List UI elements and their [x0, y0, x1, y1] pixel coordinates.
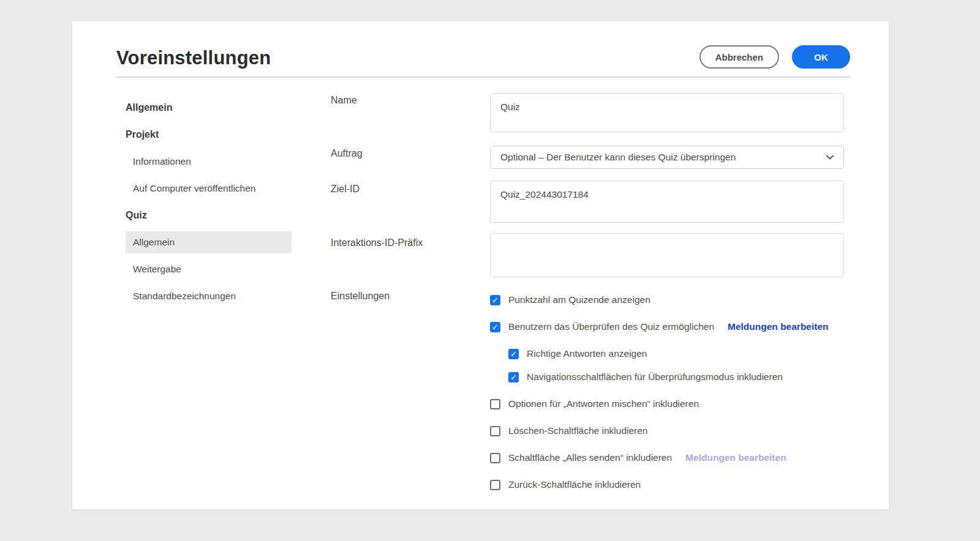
auftrag-selected-value: Optional – Der Benutzer kann dieses Quiz…: [500, 152, 825, 163]
sidebar-item-quiz-allgemein[interactable]: Allgemein: [126, 231, 292, 253]
checkbox-ueberpruefen-ermoeglichen[interactable]: ✓: [490, 322, 500, 332]
checkbox-row-navigationsschaltflaechen: ✓ Navigationsschaltflächen für Überprüfu…: [508, 371, 894, 383]
checkbox-label: Benutzern das Überprüfen des Quiz ermögl…: [508, 321, 714, 332]
checkbox-label: Punktzahl am Quizende anzeigen: [508, 294, 650, 305]
einstellungen-label: Einstellungen: [331, 291, 390, 302]
checkbox-punktzahl-anzeigen[interactable]: ✓: [490, 295, 500, 305]
checkbox-row-loeschen-schaltflaeche: ✓ Löschen-Schaltfläche inkludieren: [490, 425, 894, 437]
checkbox-label: Navigationsschaltflächen für Überprüfung…: [527, 371, 783, 382]
checkbox-zurueck-schaltflaeche-inkludieren[interactable]: ✓: [490, 480, 500, 490]
checkbox-alles-senden-inkludieren[interactable]: ✓: [490, 453, 500, 463]
name-label: Name: [331, 95, 357, 106]
checkbox-row-zurueck-schaltflaeche: ✓ Zurück-Schaltfläche inkludieren: [490, 479, 894, 491]
page-background: { "dialog": { "title": "Voreinstellungen…: [0, 0, 980, 541]
sidebar-item-informationen[interactable]: Informationen: [126, 151, 292, 173]
check-icon: ✓: [510, 350, 517, 358]
page-title: Voreinstellungen: [116, 47, 271, 69]
checkbox-row-alles-senden: ✓ Schaltfläche „Alles senden“ inkludiere…: [490, 452, 894, 464]
sidebar-section-quiz[interactable]: Quiz: [126, 204, 292, 226]
sidebar-item-auf-computer-veroeffentlichen[interactable]: Auf Computer veröffentlichen: [126, 177, 292, 200]
preferences-dialog: Voreinstellungen Abbrechen OK Allgemein …: [72, 21, 889, 509]
checkbox-row-punktzahl: ✓ Punktzahl am Quizende anzeigen: [490, 294, 894, 306]
check-icon: ✓: [492, 323, 499, 331]
header-divider: [116, 76, 850, 78]
checkbox-loeschen-schaltflaeche-inkludieren[interactable]: ✓: [490, 426, 500, 436]
interaktions-id-praefix-input[interactable]: [490, 233, 844, 277]
checkbox-label: Richtige Antworten anzeigen: [527, 348, 647, 359]
sidebar-section-allgemein[interactable]: Allgemein: [126, 97, 292, 119]
interaktions-id-praefix-label: Interaktions-ID-Präfix: [331, 237, 423, 248]
cancel-button[interactable]: Abbrechen: [699, 45, 779, 69]
ziel-id-label: Ziel-ID: [331, 184, 360, 195]
checkbox-richtige-antworten-anzeigen[interactable]: ✓: [508, 349, 519, 359]
checkbox-label: Schaltfläche „Alles senden“ inkludieren: [508, 452, 672, 463]
checkbox-label: Löschen-Schaltfläche inkludieren: [508, 425, 647, 436]
check-icon: ✓: [492, 296, 499, 304]
checkbox-navigationsschaltflaechen-inkludieren[interactable]: ✓: [508, 372, 519, 382]
chevron-down-icon: [825, 152, 835, 162]
meldungen-bearbeiten-link-disabled: Meldungen bearbeiten: [685, 452, 786, 463]
dialog-actions: Abbrechen OK: [699, 45, 850, 69]
checkbox-row-antworten-mischen: ✓ Optionen für „Antworten mischen“ inklu…: [490, 398, 894, 410]
sidebar: Allgemein Projekt Informationen Auf Comp…: [126, 97, 292, 312]
auftrag-label: Auftrag: [331, 148, 363, 159]
checkbox-antworten-mischen-inkludieren[interactable]: ✓: [490, 399, 500, 409]
ziel-id-input[interactable]: Quiz_202443017184: [490, 181, 844, 223]
checkbox-row-richtige-antworten: ✓ Richtige Antworten anzeigen: [508, 348, 894, 360]
sidebar-section-projekt[interactable]: Projekt: [126, 124, 292, 146]
checkbox-row-ueberpruefen: ✓ Benutzern das Überprüfen des Quiz ermö…: [490, 321, 894, 333]
name-input[interactable]: Quiz: [490, 93, 844, 132]
sidebar-item-weitergabe[interactable]: Weitergabe: [126, 258, 292, 280]
ok-button[interactable]: OK: [792, 45, 850, 69]
meldungen-bearbeiten-link[interactable]: Meldungen bearbeiten: [728, 321, 829, 332]
check-icon: ✓: [510, 373, 517, 381]
auftrag-select[interactable]: Optional – Der Benutzer kann dieses Quiz…: [490, 146, 844, 169]
sidebar-item-standardbezeichnungen[interactable]: Standardbezeichnungen: [126, 285, 292, 307]
checkbox-label: Zurück-Schaltfläche inkludieren: [508, 479, 641, 490]
einstellungen-checkbox-group: ✓ Punktzahl am Quizende anzeigen ✓ Benut…: [490, 294, 894, 506]
checkbox-label: Optionen für „Antworten mischen“ inkludi…: [508, 398, 699, 409]
